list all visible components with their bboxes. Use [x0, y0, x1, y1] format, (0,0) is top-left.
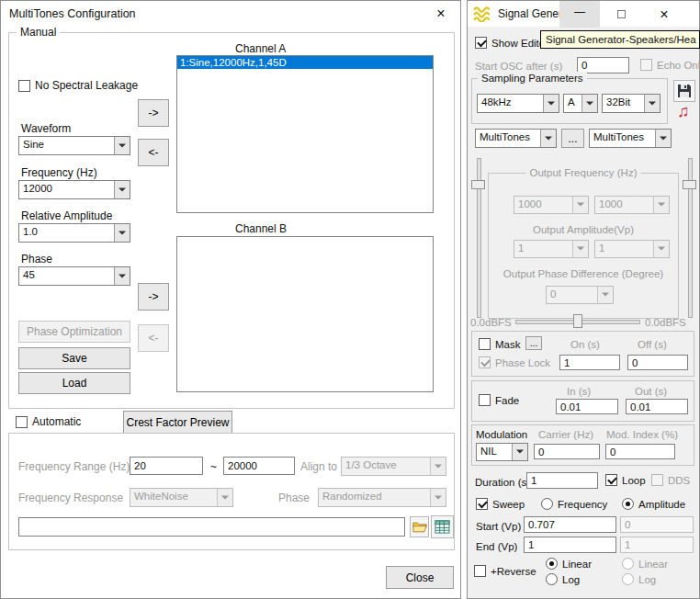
- add-to-channel-a-button[interactable]: ->: [138, 99, 169, 127]
- combo-value: 48kHz: [478, 95, 543, 112]
- linear-radio[interactable]: Linear: [546, 558, 592, 570]
- chevron-down-icon: [653, 197, 669, 213]
- chevron-down-icon[interactable]: [114, 267, 130, 285]
- carrier-input[interactable]: [534, 444, 600, 459]
- combo-value: WhiteNoise: [130, 489, 217, 506]
- chevron-down-icon[interactable]: [644, 95, 660, 112]
- right-channel-level-slider[interactable]: [682, 156, 698, 320]
- chevron-down-icon[interactable]: [655, 130, 671, 147]
- frequency-range-label: Frequency Range (Hz): [18, 460, 130, 473]
- close-button[interactable]: ×: [642, 1, 686, 28]
- waveform-label: Waveform: [21, 122, 71, 135]
- save-button[interactable]: Save: [18, 347, 130, 369]
- automatic-checkbox[interactable]: Automatic: [16, 415, 81, 428]
- phase-select[interactable]: 45: [18, 266, 130, 286]
- mask-off-label: Off (s): [638, 338, 667, 351]
- remove-from-channel-a-button[interactable]: <-: [138, 139, 169, 166]
- close-dialog-button[interactable]: Close: [386, 566, 454, 589]
- chevron-down-icon[interactable]: [114, 181, 130, 198]
- no-spectral-leakage-checkbox[interactable]: No Spectral Leakage: [18, 79, 138, 92]
- mask-browse-button[interactable]: ...: [525, 336, 542, 350]
- sweep-end-right-input: [620, 537, 694, 553]
- maximize-button[interactable]: [600, 1, 642, 28]
- add-to-channel-b-button[interactable]: ->: [138, 283, 169, 311]
- mask-on-input[interactable]: [559, 355, 620, 370]
- show-editor-checkbox[interactable]: Show Editor: [475, 37, 548, 49]
- frequency-right-select: 1000: [594, 196, 670, 214]
- fade-checkbox[interactable]: Fade: [479, 394, 519, 406]
- duration-input[interactable]: [526, 472, 598, 489]
- chevron-down-icon[interactable]: [114, 224, 130, 242]
- relative-amplitude-label: Relative Amplitude: [21, 209, 112, 222]
- checkbox-box: [479, 338, 491, 350]
- chevron-down-icon[interactable]: [581, 95, 597, 112]
- signal-generator-title-bar[interactable]: Signal Gener... — ×: [468, 1, 699, 27]
- radio-circle: [546, 558, 558, 570]
- reverse-checkbox[interactable]: +Reverse: [474, 565, 536, 577]
- list-item-selected[interactable]: 1:Sine,12000Hz,1,45D: [177, 56, 433, 69]
- multitones-configuration-window: MultiTones Configuration × Manual Channe…: [0, 0, 461, 599]
- relative-amplitude-select[interactable]: 1.0: [18, 223, 130, 243]
- minimize-button[interactable]: —: [559, 1, 600, 28]
- fade-in-input[interactable]: [556, 399, 618, 414]
- file-path-input[interactable]: [18, 517, 405, 537]
- mask-off-input[interactable]: [627, 355, 688, 370]
- channel-select[interactable]: A: [563, 94, 598, 113]
- left-channel-level-slider[interactable]: [470, 156, 487, 320]
- load-button[interactable]: Load: [18, 372, 130, 394]
- frequency-range-max-input[interactable]: [223, 457, 295, 475]
- balance-slider[interactable]: [514, 313, 642, 330]
- combo-value: 1000: [595, 197, 653, 213]
- chevron-down-icon[interactable]: [114, 137, 130, 154]
- channel-a-label: Channel A: [235, 42, 286, 55]
- chevron-down-icon: [653, 241, 669, 257]
- channel-b-list[interactable]: [176, 236, 434, 392]
- sweep-end-input[interactable]: [524, 537, 616, 553]
- app-icon: [473, 6, 493, 22]
- amplitude-radio[interactable]: Amplitude: [622, 498, 685, 510]
- multitones-title-bar[interactable]: MultiTones Configuration ×: [1, 1, 460, 27]
- radio-label: Log: [638, 574, 656, 585]
- data-grid-button[interactable]: [431, 515, 454, 538]
- sweep-start-input[interactable]: [524, 516, 616, 533]
- sample-rate-select[interactable]: 48kHz: [477, 94, 559, 113]
- amplitude-left-select: 1: [514, 240, 589, 258]
- close-icon[interactable]: ×: [425, 1, 457, 27]
- frequency-select[interactable]: 12000: [18, 180, 130, 199]
- output-amplitude-label: Output Amplitude(Vp): [533, 223, 634, 236]
- chevron-down-icon[interactable]: [543, 95, 559, 112]
- chevron-down-icon: [572, 197, 588, 213]
- fade-out-input[interactable]: [626, 399, 688, 414]
- channel-a-list[interactable]: 1:Sine,12000Hz,1,45D: [176, 55, 434, 213]
- wave-type-b-select[interactable]: MultiTones: [589, 129, 672, 148]
- open-file-button[interactable]: [410, 516, 429, 537]
- sweep-checkbox[interactable]: Sweep: [476, 498, 525, 510]
- chevron-down-icon: [597, 287, 613, 303]
- mask-checkbox[interactable]: Mask: [479, 338, 520, 350]
- save-settings-button[interactable]: [673, 80, 695, 102]
- linear-right-radio: Linear: [622, 558, 668, 570]
- crest-factor-preview-button[interactable]: Crest Factor Preview: [123, 411, 232, 434]
- slider-thumb[interactable]: [573, 314, 582, 328]
- frequency-radio[interactable]: Frequency: [541, 498, 607, 510]
- chevron-down-icon[interactable]: [512, 444, 527, 460]
- chevron-down-icon[interactable]: [540, 130, 556, 147]
- frequency-range-min-input[interactable]: [130, 457, 203, 475]
- bit-depth-select[interactable]: 32Bit: [602, 94, 660, 113]
- wave-type-select[interactable]: MultiTones: [475, 129, 557, 148]
- wave-config-button[interactable]: ...: [561, 129, 584, 148]
- mod-index-input[interactable]: [605, 444, 675, 459]
- modulation-select[interactable]: NIL: [476, 443, 528, 461]
- log-radio[interactable]: Log: [546, 573, 580, 585]
- slider-thumb[interactable]: [683, 180, 696, 189]
- slider-thumb[interactable]: [471, 180, 485, 189]
- chevron-down-icon: [430, 489, 446, 506]
- loop-checkbox[interactable]: Loop: [605, 474, 646, 486]
- radio-circle: [622, 558, 634, 570]
- combo-value: 12000: [19, 181, 114, 198]
- close-icon: ×: [660, 6, 668, 23]
- waveform-select[interactable]: Sine: [18, 136, 130, 155]
- checkbox-label: Echo Only: [657, 60, 700, 71]
- combo-value: MultiTones: [590, 130, 655, 147]
- checkbox-label: Mask: [495, 339, 520, 350]
